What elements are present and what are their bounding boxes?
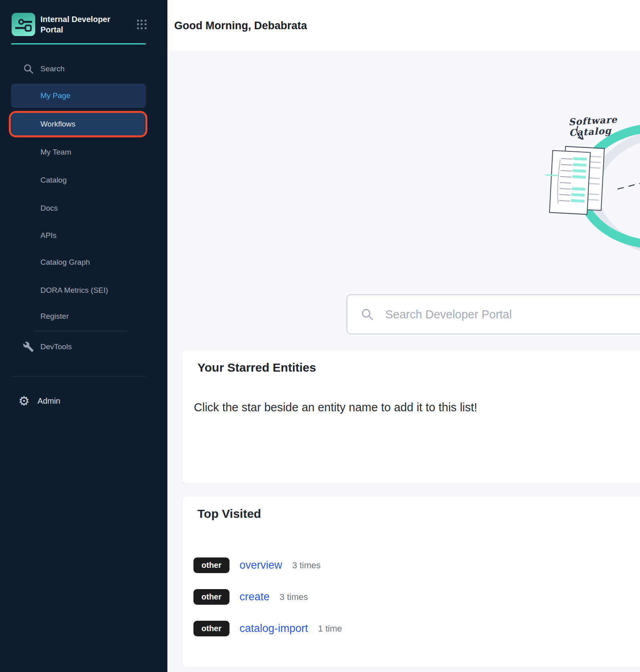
sidebar-item-admin[interactable]: ⚙ Admin: [18, 394, 60, 408]
workflows-annotation-highlight: Workflows: [9, 111, 147, 137]
sidebar-item-label: My Page: [40, 91, 70, 100]
list-item: other catalog-import 1 time: [193, 621, 640, 636]
top-visited-list: other overview 3 times other create 3 ti…: [193, 557, 640, 636]
visit-count: 3 times: [280, 592, 308, 602]
portal-search-input[interactable]: [384, 308, 610, 322]
top-visited-card: Top Visited other overview 3 times other…: [181, 496, 640, 668]
sidebar-item-label: Register: [40, 312, 69, 321]
search-icon: [23, 63, 34, 74]
wrench-icon: [23, 341, 34, 352]
sidebar-item-my-team[interactable]: My Team: [0, 147, 167, 158]
sliders-logo-glyph: [15, 16, 32, 33]
sidebar-item-label: APIs: [40, 231, 56, 240]
entity-link-catalog-import[interactable]: catalog-import: [239, 622, 308, 635]
visit-count: 3 times: [292, 560, 321, 571]
entity-link-overview[interactable]: overview: [239, 559, 282, 571]
sidebar-item-label: DevTools: [40, 342, 72, 351]
sidebar-item-my-page[interactable]: My Page: [11, 84, 146, 108]
card-title: Your Starred Entities: [197, 361, 640, 374]
sidebar-item-catalog-graph[interactable]: Catalog Graph: [0, 257, 167, 268]
illustration-caption: Software Catalog: [568, 113, 640, 138]
document-front: [543, 150, 590, 215]
sidebar-item-search[interactable]: Search: [0, 63, 167, 74]
sidebar-item-apis[interactable]: APIs: [0, 230, 167, 241]
apps-grid-icon[interactable]: [136, 19, 147, 30]
sidebar-divider: [11, 376, 146, 376]
sidebar-item-label: Docs: [40, 204, 58, 213]
card-title: Top Visited: [197, 507, 640, 521]
sidebar-item-label: Search: [40, 64, 64, 73]
logo: Internal Developer Portal: [12, 13, 121, 36]
sidebar-item-docs[interactable]: Docs: [0, 203, 167, 214]
sidebar-item-dora-metrics[interactable]: DORA Metrics (SEI): [0, 285, 167, 296]
kind-badge: other: [193, 621, 229, 636]
portal-logo-icon: [12, 13, 35, 36]
starred-empty-message: Click the star beside an entity name to …: [194, 401, 640, 414]
sidebar-item-register[interactable]: Register: [0, 311, 167, 322]
starred-entities-card: Your Starred Entities Click the star bes…: [181, 350, 640, 484]
sidebar-item-label: Catalog: [40, 176, 67, 185]
entity-link-create[interactable]: create: [239, 591, 270, 603]
list-item: other overview 3 times: [193, 557, 640, 573]
sidebar-item-label: My Team: [40, 148, 71, 157]
sidebar-item-label: Catalog Graph: [40, 258, 90, 267]
portal-title: Internal Developer Portal: [40, 13, 121, 35]
sidebar-accent-rule: [11, 43, 146, 44]
app-window: Internal Developer Portal Search My Page…: [0, 0, 640, 672]
greeting-title: Good Morning, Debabrata: [174, 20, 307, 32]
sidebar-item-catalog[interactable]: Catalog: [0, 175, 167, 186]
search-icon: [360, 308, 374, 321]
sidebar-item-label: Workflows: [40, 120, 75, 129]
gear-icon: ⚙: [18, 394, 30, 408]
kind-badge: other: [193, 589, 229, 605]
sidebar: Internal Developer Portal Search My Page…: [0, 0, 167, 672]
page-header: Good Morning, Debabrata: [167, 0, 640, 50]
visit-count: 1 time: [318, 624, 342, 634]
list-item: other create 3 times: [193, 589, 640, 605]
sidebar-item-workflows[interactable]: Workflows: [11, 113, 145, 135]
sidebar-item-label: DORA Metrics (SEI): [40, 286, 108, 295]
sidebar-item-devtools[interactable]: DevTools: [0, 340, 167, 353]
sidebar-item-label: Admin: [38, 396, 60, 406]
portal-search-bar: [346, 294, 640, 334]
kind-badge: other: [193, 557, 229, 573]
sidebar-divider: [34, 331, 127, 331]
